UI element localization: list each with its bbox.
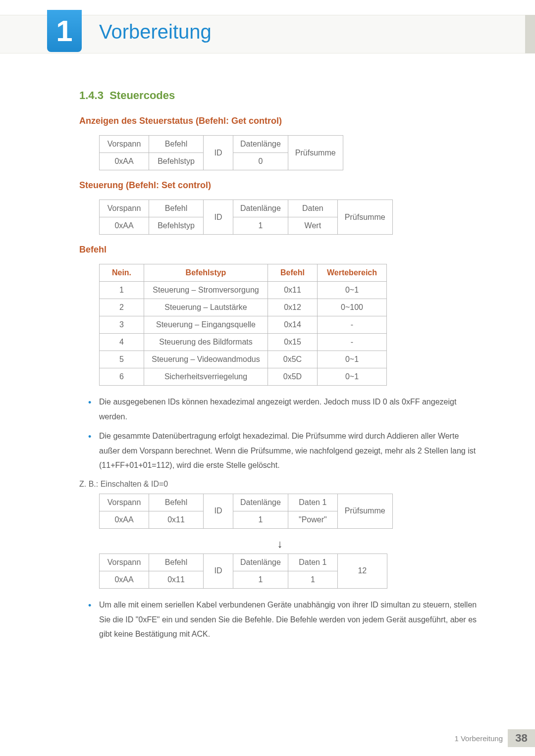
cell: Befehl [149,136,204,153]
cell: 0xAA [100,217,149,235]
cell: Vorspann [100,200,149,217]
cell: Vorspann [100,554,149,571]
page-content: 1.4.3 Steuercodes Anzeigen des Steuersta… [79,89,481,649]
cell: 2 [100,299,144,316]
cell: 0~1 [318,282,387,299]
section-number: 1.4.3 [79,89,104,101]
chapter-title: Vorbereitung [99,21,212,43]
cell: Steuerung – Videowandmodus [144,351,268,368]
list-item: Die ausgegebenen IDs können hexadezimal … [84,395,481,424]
list-item: Die gesammte Datenübertragung erfolgt he… [84,429,481,473]
cell: 0x14 [268,316,318,334]
cell: 0xAA [100,153,149,170]
footer-text: 1 Vorbereitung [454,734,503,743]
cell: 0xAA [100,571,149,588]
table-example-2: Vorspann Befehl ID Datenlänge Daten 1 12… [99,554,387,589]
list-item: Um alle mit einem seriellen Kabel verbun… [84,598,481,642]
chapter-badge: 1 [47,10,82,52]
table-row: 3Steuerung – Eingangsquelle0x14- [100,316,387,334]
cell: 0 [233,153,288,170]
cell: Befehl [149,200,204,217]
cell: 0~100 [318,299,387,316]
table-row: 5Steuerung – Videowandmodus0x5C0~1 [100,351,387,368]
cell: Datenlänge [233,494,288,511]
section-title: Steuercodes [109,89,175,101]
cell: Prüfsumme [288,136,343,170]
cell: Befehlstyp [149,153,204,170]
example-label: Z. B.: Einschalten & ID=0 [79,480,481,489]
table-get-control: Vorspann Befehl ID Datenlänge Prüfsumme … [99,135,343,170]
notes-list-1: Die ausgegebenen IDs können hexadezimal … [84,395,481,473]
cell: Steuerung – Eingangsquelle [144,316,268,334]
header-cell: Befehlstyp [144,264,268,282]
cell: Vorspann [100,136,149,153]
cell: 0x5D [268,368,318,386]
cell: 1 [288,571,337,588]
cell: Befehl [149,554,204,571]
table-row: 1Steuerung – Stromversorgung0x110~1 [100,282,387,299]
subhead-get-control: Anzeigen des Steuerstatus (Befehl: Get c… [79,116,481,126]
cell: 1 [233,571,288,588]
cell: Steuerung – Stromversorgung [144,282,268,299]
cell: 1 [100,282,144,299]
cell: 1 [233,217,288,235]
header-cell: Wertebereich [318,264,387,282]
header-cell: Befehl [268,264,318,282]
page-number: 38 [508,729,535,747]
cell: Steuerung des Bildformats [144,334,268,351]
cell: 0x15 [268,334,318,351]
cell: Prüfsumme [337,494,392,528]
cell: ID [204,554,233,588]
cell: 4 [100,334,144,351]
cell: 0x11 [149,511,204,528]
cell: Befehlstyp [149,217,204,235]
notes-list-2: Um alle mit einem seriellen Kabel verbun… [84,598,481,642]
header-accent [525,15,535,53]
cell: ID [204,200,233,235]
cell: 0x11 [268,282,318,299]
subhead-befehl: Befehl [79,245,481,255]
cell: Befehl [149,494,204,511]
cell: 0~1 [318,351,387,368]
cell: ID [204,136,233,170]
cell: Datenlänge [233,554,288,571]
cell: Daten [288,200,337,217]
table-row: 6Sicherheitsverriegelung0x5D0~1 [100,368,387,386]
cell: Vorspann [100,494,149,511]
cell: 0~1 [318,368,387,386]
cell: - [318,334,387,351]
table-row: 2Steuerung – Lautstärke0x120~100 [100,299,387,316]
section-heading: 1.4.3 Steuercodes [79,89,481,102]
cell: 12 [337,554,387,588]
header-cell: Nein. [100,264,144,282]
cell: Prüfsumme [337,200,392,235]
cell: ID [204,494,233,528]
table-set-control: Vorspann Befehl ID Datenlänge Daten Prüf… [99,200,393,235]
cell: - [318,316,387,334]
cell: 0x5C [268,351,318,368]
cell: 5 [100,351,144,368]
subhead-set-control: Steuerung (Befehl: Set control) [79,180,481,191]
cell: Steuerung – Lautstärke [144,299,268,316]
cell: 1 [233,511,288,528]
cell: 0x12 [268,299,318,316]
cell: Daten 1 [288,494,337,511]
table-command-list: Nein. Befehlstyp Befehl Wertebereich 1St… [99,264,387,386]
cell: 0xAA [100,511,149,528]
page-footer: 1 Vorbereitung 38 [454,729,535,747]
cell: "Power" [288,511,337,528]
down-arrow-icon: ↓ [79,538,481,551]
cell: Datenlänge [233,136,288,153]
cell: Datenlänge [233,200,288,217]
cell: 3 [100,316,144,334]
cell: 0x11 [149,571,204,588]
table-row: 4Steuerung des Bildformats0x15- [100,334,387,351]
cell: Wert [288,217,337,235]
cell: 6 [100,368,144,386]
cell: Daten 1 [288,554,337,571]
table-example-1: Vorspann Befehl ID Datenlänge Daten 1 Pr… [99,494,393,529]
cell: Sicherheitsverriegelung [144,368,268,386]
